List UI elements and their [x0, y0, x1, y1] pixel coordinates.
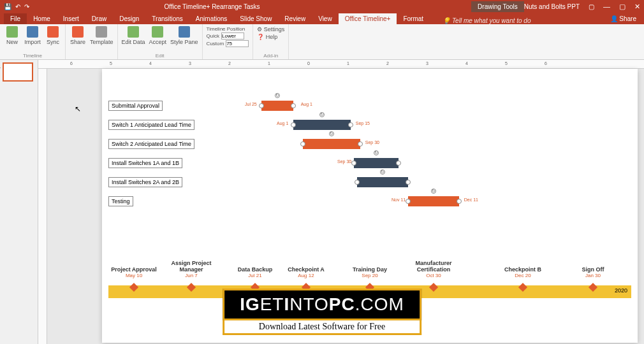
watermark-subtitle: Download Latest Software for Free [223, 320, 421, 335]
save-icon[interactable]: 💾 [4, 3, 11, 10]
task-label[interactable]: Submittal Approval [108, 101, 163, 111]
contextual-tab-label: Drawing Tools [471, 1, 524, 12]
rotate-handle-icon[interactable] [374, 150, 379, 155]
import-button[interactable]: Import [24, 26, 41, 45]
ribbon-display-icon[interactable]: ▢ [589, 3, 594, 10]
gantt-bar[interactable] [357, 177, 408, 187]
tell-me-search[interactable]: 💡 Tell me what you want to do [430, 17, 602, 24]
task-label[interactable]: Install Switches 2A and 2B [108, 177, 182, 187]
share-timeline-button[interactable]: Share [70, 26, 86, 45]
milestone[interactable]: Assign Project ManagerJun 7 [163, 260, 220, 287]
timeline-year-right: 2020 [615, 287, 627, 294]
window-title: Office Timeline+ Rearrange Tasks [29, 3, 395, 10]
edit-data-button[interactable]: Edit Data [122, 26, 145, 45]
tab-design[interactable]: Design [113, 13, 145, 24]
cursor-icon: ↖ [75, 104, 81, 113]
ribbon-tabs: File Home Insert Draw Design Transitions… [0, 13, 644, 24]
rotate-handle-icon[interactable] [380, 169, 385, 175]
rotate-handle-icon[interactable] [275, 93, 280, 98]
ribbon: New Import Sync Timeline Share Template … [0, 24, 644, 60]
share-button[interactable]: 👤 Share [603, 13, 644, 24]
tab-file[interactable]: File [4, 13, 27, 24]
maximize-icon[interactable]: ▢ [619, 3, 626, 11]
gantt-bar[interactable]: Sep 30 [354, 158, 399, 168]
tab-home[interactable]: Home [27, 13, 57, 24]
slide-thumbnails-panel: 1 [0, 60, 38, 344]
watermark-title: IGETINTOPC.COM [223, 289, 421, 320]
tab-office-timeline[interactable]: Office Timeline+ [339, 13, 397, 24]
milestone[interactable]: Sign OffJan 30 [564, 266, 622, 287]
tab-transitions[interactable]: Transitions [145, 13, 189, 24]
milestone[interactable]: Training DaySep 20 [341, 266, 399, 287]
tab-slideshow[interactable]: Slide Show [233, 13, 278, 24]
task-label[interactable]: Install Switches 1A and 1B [108, 158, 182, 168]
tab-insert[interactable]: Insert [57, 13, 85, 24]
timeline-position-label: Timeline Position [207, 26, 245, 32]
quick-position-input[interactable] [221, 32, 244, 39]
task-label[interactable]: Testing [108, 196, 133, 206]
gantt-bar[interactable]: Sep 30 [303, 139, 360, 149]
tab-draw[interactable]: Draw [85, 13, 113, 24]
tab-animations[interactable]: Animations [189, 13, 233, 24]
rotate-handle-icon[interactable] [319, 112, 325, 117]
watermark-overlay: IGETINTOPC.COM Download Latest Software … [223, 289, 421, 335]
horizontal-ruler: 6543210123456 [38, 60, 644, 69]
template-button[interactable]: Template [90, 26, 113, 45]
task-label[interactable]: Switch 1 Anticipated Lead Time [108, 120, 194, 130]
rotate-handle-icon[interactable] [329, 131, 334, 136]
milestone[interactable]: Project ApprovalMay 10 [105, 266, 163, 287]
milestone[interactable]: Checkpoint BDec 20 [494, 266, 552, 287]
milestone[interactable]: Manufacturer CertificationOct 30 [405, 260, 462, 287]
tab-review[interactable]: Review [278, 13, 312, 24]
milestone[interactable]: Checkpoint AAug 12 [277, 266, 335, 287]
custom-position-input[interactable] [226, 40, 249, 47]
title-bar: 💾 ↶ ↷ Office Timeline+ Rearrange Tasks D… [0, 0, 644, 13]
close-icon[interactable]: ✕ [634, 3, 640, 11]
accept-button[interactable]: Accept [149, 26, 167, 45]
gantt-bar[interactable]: Aug 1Sep 15 [293, 120, 351, 130]
slide-thumbnail-1[interactable]: 1 [3, 62, 33, 82]
tab-view[interactable]: View [312, 13, 339, 24]
group-label-timeline: Timeline [4, 53, 61, 59]
minimize-icon[interactable]: — [603, 3, 610, 10]
style-pane-button[interactable]: Style Pane [170, 26, 198, 45]
vertical-ruler [38, 69, 47, 344]
new-timeline-button[interactable]: New [4, 26, 20, 45]
gantt-bar[interactable]: Nov 11Dec 11 [408, 196, 459, 206]
settings-button[interactable]: ⚙ Settings [257, 26, 284, 32]
document-name: Nuts and Bolts PPT [524, 3, 580, 10]
group-label-addin: Add-in [257, 53, 284, 59]
redo-icon[interactable]: ↷ [24, 3, 29, 10]
undo-icon[interactable]: ↶ [15, 3, 20, 10]
help-button[interactable]: ❓ Help [257, 34, 277, 40]
task-label[interactable]: Switch 2 Anticipated Lead Time [108, 139, 194, 149]
tab-format[interactable]: Format [397, 13, 430, 24]
milestone[interactable]: Data BackupJul 21 [226, 266, 284, 287]
sync-button[interactable]: Sync [45, 26, 61, 45]
group-label-edit: Edit [122, 53, 198, 59]
gantt-bar[interactable]: Jul 25Aug 1 [261, 101, 293, 111]
rotate-handle-icon[interactable] [431, 189, 436, 194]
